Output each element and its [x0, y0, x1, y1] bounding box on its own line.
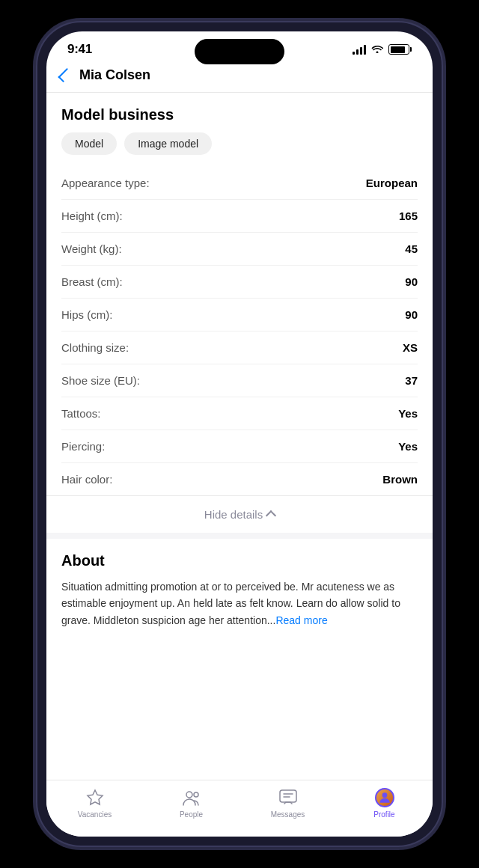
detail-row: Hair color:Brown [61, 463, 418, 495]
svg-point-0 [186, 792, 192, 798]
status-icons [353, 43, 412, 55]
status-bar: 9:41 [46, 31, 433, 61]
svg-point-5 [382, 792, 387, 798]
svg-point-1 [194, 792, 198, 797]
about-section: About Situation admitting promotion at o… [46, 539, 433, 642]
detail-row: Tattoos:Yes [61, 397, 418, 430]
profile-avatar-icon [375, 788, 394, 807]
hide-details-label: Hide details [204, 508, 263, 521]
tag-image-model: Image model [124, 132, 212, 155]
detail-label: Piercing: [61, 440, 105, 453]
detail-value: European [366, 177, 418, 189]
details-list: Appearance type:EuropeanHeight (cm):165W… [46, 167, 433, 495]
detail-value: Yes [398, 440, 418, 453]
model-business-title: Model business [46, 93, 433, 132]
tab-profile[interactable]: Profile [360, 788, 409, 819]
read-more-button[interactable]: Read more [275, 614, 327, 626]
detail-label: Hair color: [61, 473, 112, 486]
tab-vacancies[interactable]: Vacancies [70, 788, 119, 819]
detail-row: Shoe size (EU):37 [61, 364, 418, 397]
chevron-up-icon [266, 510, 276, 521]
wifi-icon [371, 43, 383, 55]
detail-label: Hips (cm): [61, 308, 112, 321]
detail-label: Breast (cm): [61, 275, 123, 288]
svg-rect-2 [280, 790, 296, 802]
detail-label: Appearance type: [61, 177, 150, 189]
signal-icon [353, 44, 366, 55]
tab-people[interactable]: People [167, 788, 216, 819]
nav-header: Mia Colsen [46, 61, 433, 93]
tab-messages-label: Messages [271, 810, 305, 819]
tab-vacancies-label: Vacancies [78, 810, 112, 819]
detail-row: Breast (cm):90 [61, 266, 418, 299]
detail-row: Height (cm):165 [61, 200, 418, 233]
profile-name-title: Mia Colsen [79, 67, 150, 83]
detail-value: Brown [382, 473, 418, 486]
detail-value: 90 [405, 275, 418, 288]
detail-value: XS [403, 341, 418, 354]
tags-row: Model Image model [46, 132, 433, 167]
detail-value: Yes [398, 407, 418, 420]
detail-label: Clothing size: [61, 341, 129, 354]
detail-row: Weight (kg):45 [61, 233, 418, 266]
model-business-section: Model business Model Image model [46, 93, 433, 167]
detail-row: Appearance type:European [61, 167, 418, 200]
status-time: 9:41 [67, 42, 92, 57]
detail-label: Shoe size (EU): [61, 374, 140, 387]
detail-row: Piercing:Yes [61, 430, 418, 463]
detail-value: 37 [405, 374, 418, 387]
tab-bar: Vacancies People [46, 780, 433, 837]
detail-value: 45 [405, 242, 418, 255]
tab-messages[interactable]: Messages [263, 788, 312, 819]
detail-label: Weight (kg): [61, 242, 122, 255]
tab-profile-label: Profile [373, 810, 394, 819]
hide-details-button[interactable]: Hide details [46, 495, 433, 533]
tag-model: Model [61, 132, 117, 155]
scroll-content[interactable]: Model business Model Image model Appeara… [46, 93, 433, 780]
detail-value: 90 [405, 308, 418, 321]
detail-value: 165 [399, 210, 418, 222]
section-divider [46, 533, 433, 539]
detail-row: Hips (cm):90 [61, 299, 418, 331]
profile-avatar [375, 788, 394, 807]
detail-label: Tattoos: [61, 407, 101, 420]
messages-icon [278, 788, 298, 807]
battery-icon [388, 44, 412, 55]
about-text: Situation admitting promotion at or to p… [61, 578, 418, 629]
about-title: About [61, 552, 418, 569]
about-body: Situation admitting promotion at or to p… [61, 581, 400, 626]
people-icon [182, 788, 201, 807]
star-icon [85, 788, 105, 807]
back-button[interactable] [61, 69, 70, 82]
dynamic-island [195, 39, 284, 64]
tab-people-label: People [180, 810, 203, 819]
detail-label: Height (cm): [61, 210, 123, 222]
detail-row: Clothing size:XS [61, 331, 418, 364]
